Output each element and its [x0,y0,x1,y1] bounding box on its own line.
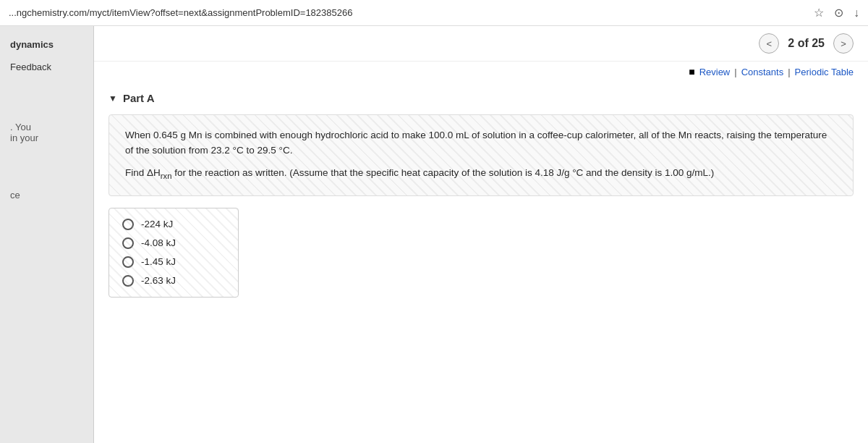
radio-2[interactable] [122,237,134,249]
find-suffix: for the reaction as written. (Assume tha… [171,167,714,178]
option-3-label: -1.45 kJ [141,256,176,267]
radio-4[interactable] [122,275,134,287]
find-prefix: Find ΔH [125,167,161,178]
sidebar-item-dynamics[interactable]: dynamics [0,33,93,56]
question-text: When 0.645 g Mn is combined with enough … [125,128,837,159]
option-1-label: -224 kJ [141,219,173,229]
option-1[interactable]: -224 kJ [122,219,225,230]
top-bar: ...ngchemistry.com/myct/itemView?offset=… [0,0,868,26]
options-box: -224 kJ -4.08 kJ -1.45 kJ -2.63 kJ [109,208,239,298]
star-icon[interactable]: ☆ [814,6,824,20]
option-2-label: -4.08 kJ [141,237,176,248]
sidebar-ce-label: ce [10,187,83,202]
url-bar: ...ngchemistry.com/myct/itemView?offset=… [9,7,805,18]
option-2[interactable]: -4.08 kJ [122,237,225,249]
separator-1: | [734,67,736,77]
sidebar-you-label: . You [10,122,83,132]
radio-1[interactable] [122,219,134,230]
nav-counter: < 2 of 25 > [759,33,854,54]
page-counter: 2 of 25 [783,37,829,50]
question-find: Find ΔHrxn for the reaction as written. … [125,166,837,182]
review-link[interactable]: Review [699,67,731,77]
sidebar-item-feedback[interactable]: Feedback [0,56,93,78]
option-4-label: -2.63 kJ [141,275,176,286]
sidebar-in-your-label: in your [10,132,83,143]
part-section: ▼ Part A When 0.645 g Mn is combined wit… [94,85,868,298]
prev-button[interactable]: < [759,33,779,54]
nav-bar: < 2 of 25 > [94,26,868,62]
sidebar: dynamics Feedback . You in your ce [0,26,94,443]
option-4[interactable]: -2.63 kJ [122,275,225,287]
content-area: < 2 of 25 > ■ Review | Constants | Perio… [94,26,868,443]
question-box: When 0.645 g Mn is combined with enough … [109,114,854,196]
bookmark-icon[interactable]: ⊙ [834,6,843,20]
find-subscript: rxn [161,172,172,180]
part-collapse-arrow[interactable]: ▼ [109,93,117,104]
constants-link[interactable]: Constants [741,67,784,77]
top-bar-icons: ☆ ⊙ ↓ [814,6,859,20]
download-icon[interactable]: ↓ [854,7,859,20]
book-icon: ■ [689,66,694,77]
part-title: Part A [123,92,155,104]
main-layout: dynamics Feedback . You in your ce < 2 o… [0,26,868,443]
periodic-table-link[interactable]: Periodic Table [795,67,854,77]
next-button[interactable]: > [833,33,854,54]
option-3[interactable]: -1.45 kJ [122,256,225,268]
part-header: ▼ Part A [109,92,854,104]
radio-3[interactable] [122,256,134,268]
separator-2: | [788,67,790,77]
links-bar: ■ Review | Constants | Periodic Table [94,62,868,85]
